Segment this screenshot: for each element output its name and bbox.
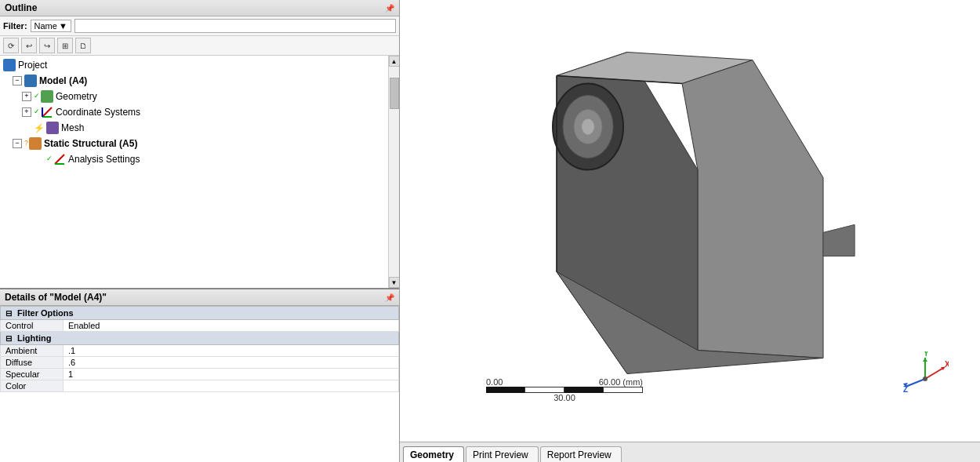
toolbar-btn-refresh[interactable]: ⟳ <box>3 38 19 53</box>
check-coord: ✓ <box>34 107 40 118</box>
expand-icon-geometry[interactable]: + <box>22 92 31 101</box>
details-section: Details of "Model (A4)" 📌 ⊟ Filter Optio… <box>0 289 399 462</box>
key-color: Color <box>1 380 64 392</box>
svg-text:Z: Z <box>903 385 908 394</box>
tree-item-geometry[interactable]: + ✓ Geometry <box>0 89 388 104</box>
right-panel: 0.00 60.00 (mm) 30.00 Z Y <box>400 0 980 462</box>
tab-bar: Geometry Print Preview Report Preview <box>400 442 980 462</box>
section-label-lighting: Lighting <box>17 333 51 343</box>
toolbar-btn-expand[interactable]: ⊞ <box>57 38 73 53</box>
scale-seg-3 <box>564 387 603 393</box>
expand-icon-model[interactable]: − <box>13 76 22 85</box>
outline-header: Outline 📌 <box>0 0 399 16</box>
tree-item-project[interactable]: Project <box>0 57 388 73</box>
key-specular: Specular <box>1 369 64 380</box>
pin-icon[interactable]: 📌 <box>385 4 394 13</box>
scroll-thumb[interactable] <box>390 78 399 109</box>
filter-label: Filter: <box>3 21 27 31</box>
chevron-down-icon: ▼ <box>59 21 67 31</box>
filter-input[interactable] <box>74 19 396 33</box>
svg-line-0 <box>42 107 52 117</box>
scale-left-label: 0.00 <box>486 377 503 387</box>
key-ambient: Ambient <box>1 345 64 357</box>
expand-icon-coord[interactable]: + <box>22 107 31 117</box>
section-row-filter: ⊟ Filter Options <box>1 307 399 320</box>
scale-seg-2 <box>524 387 564 393</box>
scale-bar: 0.00 60.00 (mm) 30.00 <box>486 377 643 402</box>
section-label-filter: Filter Options <box>17 308 74 318</box>
axis-indicator: Z Y X <box>902 351 949 398</box>
tab-print-preview-label: Print Preview <box>473 449 528 460</box>
geometry-icon <box>41 90 53 103</box>
svg-text:X: X <box>945 360 949 369</box>
val-color <box>64 380 399 392</box>
scale-labels: 0.00 60.00 (mm) <box>486 377 643 387</box>
toolbar-btn-back[interactable]: ↩ <box>21 38 37 53</box>
scale-right-label: 60.00 (mm) <box>599 377 643 387</box>
tree-label-mesh: Mesh <box>61 121 84 135</box>
svg-marker-23 <box>923 358 927 362</box>
tree-label-coord-systems: Coordinate Systems <box>56 105 140 119</box>
filter-option: Name <box>34 21 57 31</box>
svg-text:Y: Y <box>924 351 929 358</box>
val-control: Enabled <box>64 320 399 332</box>
static-icon <box>29 137 42 150</box>
svg-point-28 <box>923 377 927 381</box>
axis-svg: Z Y X <box>902 351 949 398</box>
scroll-down[interactable]: ▼ <box>389 277 400 288</box>
row-color: Color <box>1 380 399 392</box>
coord-icon <box>41 106 53 118</box>
check-analysis: ✓ <box>46 154 53 165</box>
key-control: Control <box>1 320 64 332</box>
tree-item-coord-systems[interactable]: + ✓ Coordinate Systems <box>0 104 388 120</box>
row-specular: Specular 1 <box>1 369 399 380</box>
tree-label-model: Model (A4) <box>39 74 87 88</box>
outline-title: Outline <box>5 2 37 13</box>
details-table: ⊟ Filter Options Control Enabled ⊟ Light… <box>0 306 399 462</box>
outline-scrollbar[interactable]: ▲ ▼ <box>388 56 399 288</box>
details-title: Details of "Model (A4)" <box>5 292 107 303</box>
details-header: Details of "Model (A4)" 📌 <box>0 289 399 306</box>
key-diffuse: Diffuse <box>1 357 64 369</box>
tab-geometry-label: Geometry <box>410 449 454 460</box>
model-icon <box>24 75 37 87</box>
svg-point-15 <box>582 119 594 135</box>
viewport[interactable]: 0.00 60.00 (mm) 30.00 Z Y <box>400 0 980 442</box>
row-ambient: Ambient .1 <box>1 345 399 357</box>
tree-item-analysis[interactable]: ✓ Analysis Settings <box>0 151 388 167</box>
tab-geometry[interactable]: Geometry <box>403 446 464 462</box>
expand-icon-static[interactable]: − <box>13 139 22 148</box>
svg-line-25 <box>925 367 945 379</box>
section-row-lighting: ⊟ Lighting <box>1 332 399 345</box>
tree-item-static[interactable]: − ? Static Structural (A5) <box>0 136 388 151</box>
filter-dropdown[interactable]: Name ▼ <box>31 20 71 32</box>
mesh-icon <box>46 122 59 134</box>
project-icon <box>3 59 16 71</box>
3d-view-svg <box>400 0 980 442</box>
tree-label-geometry: Geometry <box>56 89 97 104</box>
tree-container: Project − Model (A4) + ✓ Geometry <box>0 56 388 288</box>
svg-line-19 <box>906 379 925 387</box>
filter-bar: Filter: Name ▼ <box>0 16 399 36</box>
tree-label-project: Project <box>18 58 47 72</box>
scale-bar-graphic <box>486 387 643 393</box>
tab-print-preview[interactable]: Print Preview <box>466 446 539 462</box>
tab-report-preview-label: Report Preview <box>547 449 612 460</box>
scale-mid-label: 30.00 <box>486 393 643 402</box>
tree-item-mesh[interactable]: ⚡ Mesh <box>0 120 388 136</box>
val-ambient: .1 <box>64 345 399 357</box>
collapse-icon-lighting[interactable]: ⊟ <box>5 334 12 343</box>
check-geometry: ✓ <box>34 91 40 102</box>
collapse-icon-filter[interactable]: ⊟ <box>5 309 12 318</box>
lightning-icon: ⚡ <box>34 122 45 135</box>
tab-report-preview[interactable]: Report Preview <box>540 446 622 462</box>
row-control: Control Enabled <box>1 320 399 332</box>
svg-line-3 <box>55 155 64 164</box>
details-pin-icon[interactable]: 📌 <box>385 293 394 302</box>
scale-seg-4 <box>603 387 643 393</box>
tree-label-static: Static Structural (A5) <box>44 136 137 151</box>
scroll-up[interactable]: ▲ <box>389 56 400 67</box>
toolbar-btn-clip[interactable]: 🗋 <box>75 38 91 53</box>
tree-item-model[interactable]: − Model (A4) <box>0 73 388 89</box>
toolbar-btn-forward[interactable]: ↪ <box>39 38 55 53</box>
